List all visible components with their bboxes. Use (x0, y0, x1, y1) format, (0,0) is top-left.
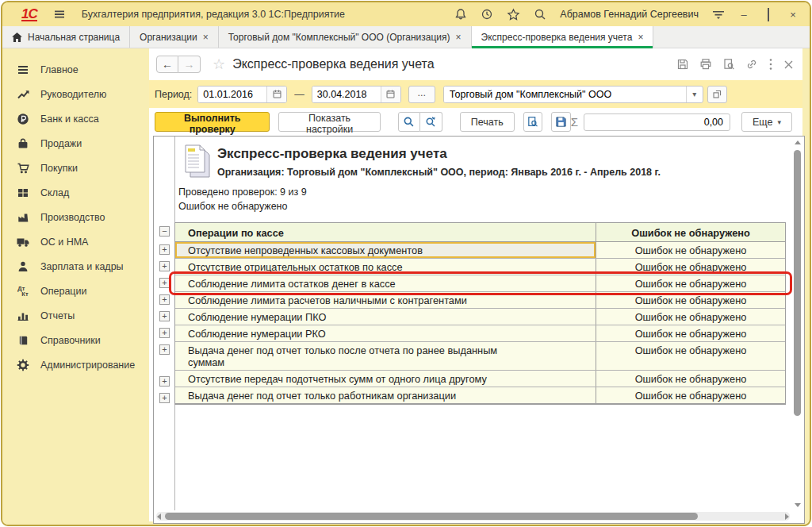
form-header: ← → ☆ Экспресс-проверка ведения учета (149, 48, 802, 80)
no-errors-line: Ошибок не обнаружено (178, 201, 287, 212)
sidebar-item-zarplata-kadry[interactable]: Зарплата и кадры (2, 254, 149, 279)
find-next-icon[interactable] (420, 112, 442, 132)
check-name-cell[interactable]: Соблюдение нумерации ПКО (175, 309, 596, 325)
scroll-up-icon[interactable] (795, 140, 801, 144)
collapse-group-toggle[interactable]: − (159, 226, 170, 237)
check-status-cell[interactable]: Ошибок не обнаружено (596, 309, 785, 325)
sidebar-item-glavnoe[interactable]: Главное (2, 57, 149, 82)
tab-organization-card[interactable]: Торговый дом "Комплексный" ООО (Организа… (219, 26, 472, 48)
expand-row-toggle[interactable]: + (159, 376, 170, 387)
close-window-button[interactable]: × (787, 9, 799, 21)
check-status-cell[interactable]: Ошибок не обнаружено (596, 325, 785, 341)
more-button[interactable]: Еще▾ (741, 112, 792, 132)
sidebar-item-otchety[interactable]: Отчеты (2, 303, 149, 328)
nav-back-button[interactable]: ← (156, 56, 178, 73)
tab-close-icon[interactable]: × (638, 32, 643, 43)
sidebar-item-bank-kassa[interactable]: Банк и касса (2, 106, 149, 131)
print-preview-icon[interactable] (722, 58, 735, 71)
sidebar-item-sklad[interactable]: Склад (2, 180, 149, 205)
period-dash: — (294, 89, 304, 100)
expand-row-toggle[interactable]: + (159, 261, 170, 271)
main-menu-icon[interactable] (53, 8, 66, 21)
expand-row-toggle[interactable]: + (159, 244, 170, 255)
check-name-cell[interactable]: Отсутствие непроведенных кассовых докуме… (175, 242, 596, 258)
preview-icon-button[interactable] (523, 112, 543, 132)
save-result-icon-button[interactable] (551, 112, 571, 132)
history-icon[interactable] (481, 8, 493, 21)
vertical-scroll-thumb[interactable] (794, 150, 801, 416)
close-form-icon[interactable] (783, 60, 794, 70)
scroll-down-icon[interactable] (795, 503, 801, 507)
factory-icon (16, 211, 30, 224)
notifications-bell-icon[interactable] (454, 8, 467, 21)
print-icon[interactable] (699, 58, 712, 71)
check-name-cell[interactable]: Соблюдение нумерации РКО (175, 325, 596, 341)
check-status-cell[interactable]: Ошибок не обнаружено (596, 242, 785, 258)
calendar-icon[interactable] (381, 87, 400, 102)
cart-icon (16, 162, 30, 175)
show-settings-button[interactable]: Показать настройки (278, 112, 380, 132)
find-icon[interactable] (398, 112, 420, 132)
sidebar-item-proizvodstvo[interactable]: Производство (2, 205, 149, 229)
check-status-cell[interactable]: Ошибок не обнаружено (596, 387, 785, 403)
organization-input[interactable] (444, 87, 686, 102)
sidebar-item-operacii[interactable]: ДтКтОперации (2, 279, 149, 303)
horizontal-scrollbar[interactable] (156, 512, 790, 521)
check-name-cell[interactable]: Отсутствие передач подотчетных сумм от о… (175, 371, 596, 387)
check-status-cell[interactable]: Ошибок не обнаружено (596, 342, 785, 370)
calendar-icon[interactable] (266, 87, 286, 102)
group-header-row[interactable]: Операции по кассе Ошибок не обнаружено (175, 223, 785, 242)
sidebar-item-rukovoditelyu[interactable]: Руководителю (2, 82, 149, 106)
vertical-scrollbar[interactable] (793, 139, 802, 509)
horizontal-scroll-thumb[interactable] (165, 513, 698, 520)
check-name-cell[interactable]: Выдача денег под отчет только работникам… (175, 387, 596, 403)
run-check-button[interactable]: Выполнить проверку (155, 112, 270, 132)
favorite-star-icon[interactable]: ☆ (213, 56, 225, 73)
group-title-cell[interactable]: Операции по кассе (175, 223, 596, 241)
scroll-left-icon[interactable] (157, 514, 161, 520)
tab-home[interactable]: Начальная страница (2, 26, 130, 48)
table-row: Отсутствие непроведенных кассовых докуме… (175, 242, 785, 259)
chevron-down-icon[interactable]: ▾ (686, 87, 703, 102)
table-row: Отсутствие передач подотчетных сумм от о… (175, 371, 785, 387)
user-name[interactable]: Абрамов Геннадий Сергеевич (560, 9, 699, 20)
tab-express-check[interactable]: Экспресс-проверка ведения учета × (472, 26, 654, 48)
expand-row-toggle[interactable]: + (159, 311, 170, 321)
sidebar-item-administrirovanie[interactable]: Администрирование (2, 352, 149, 377)
truck-icon (16, 236, 30, 248)
check-name-cell[interactable]: Выдача денег под отчет только после отче… (175, 342, 596, 370)
expand-row-toggle[interactable]: + (159, 294, 170, 305)
nav-forward-button[interactable]: → (178, 56, 201, 73)
expand-row-toggle[interactable]: + (159, 344, 170, 355)
favorites-star-icon[interactable] (507, 8, 520, 21)
more-dots-icon[interactable] (768, 58, 773, 71)
maximize-button[interactable] (763, 9, 774, 21)
minimize-button[interactable]: – (738, 9, 749, 21)
sidebar-item-spravochniki[interactable]: Справочники (2, 328, 149, 352)
expand-row-toggle[interactable]: + (159, 328, 170, 338)
group-status-cell[interactable]: Ошибок не обнаружено (596, 223, 785, 241)
sidebar-item-pokupki[interactable]: Покупки (2, 156, 149, 180)
save-icon[interactable] (676, 58, 689, 71)
tab-close-icon[interactable]: × (203, 32, 209, 43)
checks-table: Операции по кассе Ошибок не обнаружено О… (174, 222, 786, 405)
period-label: Период: (155, 89, 192, 100)
period-from-input[interactable] (198, 87, 266, 102)
service-menu-icon[interactable] (712, 9, 725, 20)
tab-close-icon[interactable]: × (456, 32, 462, 43)
expand-row-toggle[interactable]: + (159, 393, 170, 403)
book-icon (16, 334, 30, 347)
open-organization-icon[interactable] (707, 86, 727, 103)
period-to-input[interactable] (312, 87, 381, 102)
search-icon[interactable] (534, 8, 546, 21)
link-icon[interactable] (745, 58, 758, 71)
tab-organizations[interactable]: Организации × (130, 26, 219, 48)
period-more-button[interactable]: ... (408, 86, 435, 103)
print-button[interactable]: Печать (460, 112, 515, 132)
scroll-right-icon[interactable] (785, 514, 789, 520)
sidebar-item-os-nma[interactable]: ОС и НМА (2, 229, 149, 254)
sidebar-item-prodazhi[interactable]: Продажи (2, 131, 149, 156)
bag-icon (16, 137, 30, 150)
sum-value-input[interactable] (584, 113, 730, 131)
check-status-cell[interactable]: Ошибок не обнаружено (596, 371, 785, 387)
